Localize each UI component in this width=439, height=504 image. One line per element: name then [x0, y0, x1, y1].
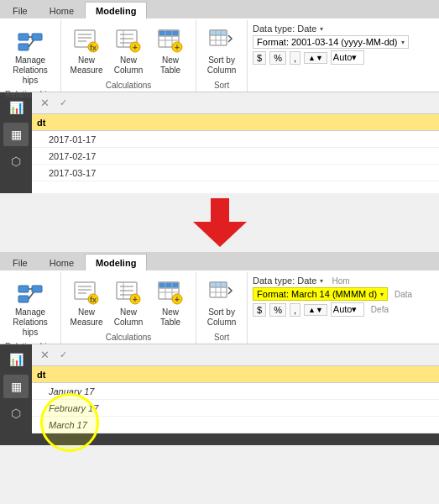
- bottom-table-header: dt: [32, 366, 439, 383]
- svg-rect-2: [18, 44, 29, 50]
- bottom-table-row-2: February 17: [32, 400, 439, 417]
- sidebar-grid-icon-bot[interactable]: ▦: [3, 375, 29, 398]
- svg-text:+: +: [133, 43, 138, 52]
- bottom-table-area: ✕ ✓ dt January 17 February 17 March 17: [32, 344, 439, 433]
- arrow-head: [193, 222, 247, 247]
- manage-relationships-button-bot[interactable]: Manage Relationships: [10, 276, 50, 340]
- format-arrow-bot: ▾: [380, 291, 384, 298]
- bottom-tab-bar: File Home Modeling: [0, 252, 439, 270]
- ribbon-buttons-bot: Manage Relationships: [10, 276, 50, 340]
- sidebar-relationship-icon-top[interactable]: ⬡: [3, 150, 29, 173]
- sidebar-grid-icon-top[interactable]: ▦: [3, 123, 29, 146]
- tab-file-bottom[interactable]: File: [2, 254, 39, 270]
- formula-check-top[interactable]: ✓: [56, 96, 71, 110]
- bottom-table-row-1: January 17: [32, 383, 439, 400]
- updown-btn-top[interactable]: ▲▼: [304, 52, 327, 64]
- top-table-row-1: 2017-01-17: [32, 131, 439, 148]
- svg-rect-49: [159, 282, 179, 288]
- sidebar-relationship-icon-bot[interactable]: ⬡: [3, 402, 29, 425]
- bottom-table-area-wrapper: ✕ ✓ dt January 17 February 17 March 17: [32, 344, 439, 445]
- new-column-button-bot[interactable]: + New Column: [108, 276, 149, 330]
- datatype-dropdown-arrow-top[interactable]: ▾: [320, 25, 323, 33]
- svg-rect-56: [210, 282, 227, 287]
- svg-line-4: [29, 40, 34, 47]
- new-column-label-bot: New Column: [114, 307, 143, 328]
- bottom-ribbon: Manage Relationships Relationships: [0, 270, 439, 344]
- sort-by-column-label-top: Sort by Column: [207, 55, 236, 76]
- format-dropdown-bot[interactable]: Format: March 14 (MMMM d) ▾: [253, 287, 388, 301]
- new-column-icon-bot: +: [115, 279, 142, 306]
- dollar-btn-bot[interactable]: $: [253, 303, 266, 317]
- comma-btn-bot[interactable]: ,: [290, 303, 301, 317]
- calculations-group-label-top: Calculations: [106, 79, 151, 90]
- ribbon-group-relationships-top: Manage Relationships Relationships: [0, 20, 61, 92]
- format-row-top: Format: 2001-03-14 (yyyy-MM-dd) ▾: [253, 35, 434, 49]
- tab-home-bottom[interactable]: Home: [39, 254, 85, 270]
- percent-btn-bot[interactable]: %: [269, 303, 286, 317]
- comma-btn-top[interactable]: ,: [290, 51, 301, 65]
- sort-buttons-bot: Sort by Column: [201, 276, 242, 331]
- formula-x-bot[interactable]: ✕: [37, 347, 53, 363]
- new-table-button-bot[interactable]: + New Table: [150, 276, 191, 330]
- top-table-area: ✕ ✓ dt 2017-01-17 2017-02-17 2017-03-17: [32, 92, 439, 193]
- symbols-row-top: $ % , ▲▼ Auto▾: [253, 50, 434, 65]
- sidebar-barchart-icon-top[interactable]: 📊: [3, 96, 29, 119]
- new-table-label-top: New Table: [160, 55, 180, 76]
- tab-home-top[interactable]: Home: [39, 2, 85, 18]
- percent-btn-top[interactable]: %: [269, 51, 286, 65]
- calc-buttons-top: fx New Measure +: [66, 24, 191, 79]
- top-formula-bar: ✕ ✓: [32, 92, 439, 114]
- formula-check-bot[interactable]: ✓: [56, 348, 71, 362]
- auto-select-bot[interactable]: Auto▾: [331, 302, 364, 317]
- new-column-button-top[interactable]: + New Column: [108, 24, 149, 78]
- updown-btn-bot[interactable]: ▲▼: [304, 304, 327, 316]
- ribbon-buttons: Manage Relationships: [10, 24, 50, 88]
- ribbon-group-calculations-bot: fx New Measure +: [61, 272, 196, 344]
- sort-group-label-top: Sort: [214, 79, 229, 90]
- sort-by-column-button-bot[interactable]: Sort by Column: [201, 276, 242, 330]
- datatype-row-top: Data type: Date ▾: [253, 24, 434, 34]
- svg-rect-31: [32, 286, 42, 292]
- svg-line-34: [29, 292, 34, 299]
- manage-relationships-label-bot: Manage Relationships: [13, 307, 48, 338]
- format-arrow-top: ▾: [401, 39, 405, 46]
- new-measure-button-bot[interactable]: fx New Measure: [66, 276, 107, 330]
- top-section: File Home Modeling: [0, 0, 439, 193]
- arrow-stem: [211, 198, 229, 222]
- svg-text:fx: fx: [90, 44, 97, 52]
- calculations-group-label-bot: Calculations: [106, 331, 151, 342]
- manage-relationships-label-top: Manage Relationships: [13, 55, 48, 86]
- tab-modeling-bottom[interactable]: Modeling: [85, 254, 147, 270]
- svg-text:fx: fx: [90, 296, 97, 304]
- new-table-label-bot: New Table: [160, 307, 180, 328]
- svg-rect-30: [18, 286, 29, 292]
- top-tab-bar: File Home Modeling: [0, 0, 439, 18]
- tab-modeling-top[interactable]: Modeling: [85, 2, 147, 18]
- home-label-bot: Hom: [332, 276, 349, 286]
- format-row-bot: Format: March 14 (MMMM d) ▾ Data: [253, 287, 434, 301]
- bottom-main-content: 📊 ▦ ⬡ ✕ ✓ dt January 17 February 17: [0, 344, 439, 445]
- auto-select-top[interactable]: Auto▾: [331, 50, 364, 65]
- new-measure-button-top[interactable]: fx New Measure: [66, 24, 107, 78]
- datatype-label-bot: Data type: Date: [253, 276, 316, 286]
- formatting-area-top: Data type: Date ▾ Format: 2001-03-14 (yy…: [248, 20, 439, 92]
- sort-by-column-button-top[interactable]: Sort by Column: [201, 24, 242, 78]
- svg-rect-26: [210, 30, 227, 35]
- sort-by-column-icon-bot: [208, 279, 235, 306]
- sidebar-barchart-icon-bot[interactable]: 📊: [3, 348, 29, 371]
- format-value-bot: Format: March 14 (MMMM d): [257, 289, 377, 299]
- datatype-dropdown-arrow-bot[interactable]: ▾: [320, 277, 323, 285]
- dollar-btn-top[interactable]: $: [253, 51, 266, 65]
- new-table-button-top[interactable]: + New Table: [150, 24, 191, 78]
- datatype-row-bot: Data type: Date ▾ Hom: [253, 276, 434, 286]
- tab-file-top[interactable]: File: [2, 2, 39, 18]
- formatting-area-bot: Data type: Date ▾ Hom Format: March 14 (…: [248, 272, 439, 344]
- new-table-icon-bot: +: [157, 279, 184, 306]
- top-left-sidebar: 📊 ▦ ⬡: [0, 92, 32, 193]
- formula-x-top[interactable]: ✕: [37, 95, 53, 111]
- format-dropdown-top[interactable]: Format: 2001-03-14 (yyyy-MM-dd) ▾: [253, 35, 409, 49]
- svg-rect-19: [159, 30, 179, 36]
- symbols-row-bot: $ % , ▲▼ Auto▾ Defa: [253, 302, 434, 317]
- svg-rect-1: [32, 34, 42, 40]
- manage-relationships-button-top[interactable]: Manage Relationships: [10, 24, 50, 88]
